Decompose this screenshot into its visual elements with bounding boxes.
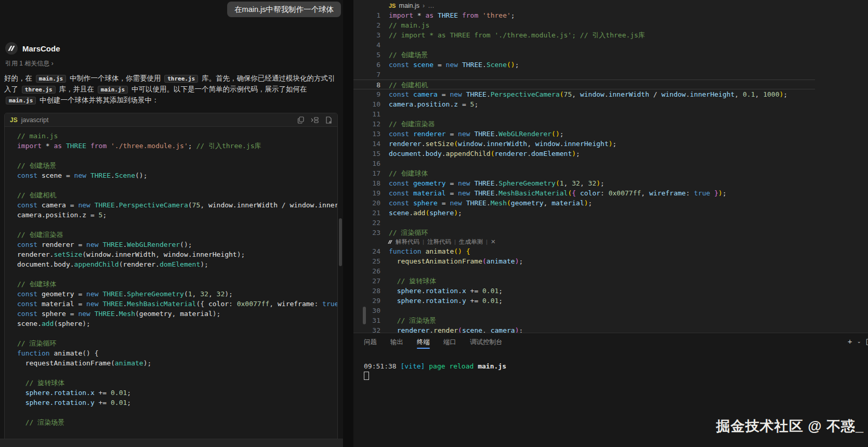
user-message-bubble: 在main.js中帮我制作一个球体 bbox=[227, 2, 341, 17]
editor-code-line[interactable]: 16 bbox=[353, 159, 815, 168]
line-content bbox=[380, 109, 389, 119]
create-file-icon[interactable] bbox=[325, 116, 332, 124]
codelens-close-icon[interactable]: ✕ bbox=[491, 238, 496, 246]
code-token: ) bbox=[454, 209, 458, 217]
code-token: ( bbox=[119, 260, 123, 268]
editor-code-line[interactable]: 13const renderer = new THREE.WebGLRender… bbox=[353, 129, 815, 139]
terminal-tab-调试控制台[interactable]: 调试控制台 bbox=[470, 333, 503, 351]
code-token: THREE bbox=[474, 179, 494, 187]
codelens-action-0[interactable]: 解释代码 bbox=[396, 238, 419, 246]
code-token: const bbox=[389, 199, 413, 207]
codelens-action-1[interactable]: 注释代码 bbox=[427, 238, 451, 246]
editor-code-line[interactable]: 4 bbox=[353, 40, 815, 50]
panel-divider[interactable] bbox=[343, 0, 353, 447]
editor-code-line[interactable]: 28 sphere.rotation.x += 0.01; bbox=[353, 286, 815, 296]
code-token: // 创建场景 bbox=[389, 51, 428, 59]
line-number: 15 bbox=[353, 149, 380, 159]
editor-code-line[interactable]: 30 bbox=[353, 306, 815, 315]
code-token: add bbox=[42, 320, 54, 327]
code-token: ; bbox=[458, 209, 462, 217]
editor-code-line[interactable]: 15document.body.appendChild(renderer.dom… bbox=[353, 149, 815, 159]
code-token: Scene bbox=[486, 61, 507, 69]
code-token: appendChild bbox=[446, 150, 491, 157]
editor-code-line[interactable]: 11 bbox=[353, 109, 815, 119]
editor-code-line[interactable]: 27 // 旋转球体 bbox=[353, 276, 815, 286]
insert-into-editor-icon[interactable] bbox=[311, 116, 319, 124]
editor-code-line[interactable]: 20const sphere = new THREE.Mesh(geometry… bbox=[353, 198, 815, 208]
code-token bbox=[389, 257, 397, 265]
chat-code-line: const renderer = new THREE.WebGLRenderer… bbox=[17, 240, 337, 249]
code-token: ); bbox=[200, 260, 208, 268]
chat-input-area[interactable] bbox=[0, 439, 343, 447]
editor-code-line[interactable]: 29 sphere.rotation.y += 0.01; bbox=[353, 296, 815, 306]
split-panel-icon[interactable]: ◫ bbox=[866, 336, 868, 347]
code-token: . bbox=[486, 199, 491, 207]
marscode-mini-logo-icon bbox=[389, 240, 391, 244]
code-token: += bbox=[470, 287, 482, 295]
editor-code-line[interactable]: 21scene.add(sphere); bbox=[353, 208, 815, 218]
editor-code-line[interactable]: 23// 渲染循环 bbox=[353, 228, 815, 238]
editor-code-line[interactable]: 18const geometry = new THREE.SphereGeome… bbox=[353, 178, 815, 188]
editor-code-line[interactable]: 3// import * as THREE from './three.modu… bbox=[353, 30, 815, 40]
chevron-down-icon[interactable]: ⌄ bbox=[857, 336, 861, 347]
code-token: ( bbox=[560, 90, 564, 98]
editor-code-line[interactable]: 5// 创建场景 bbox=[353, 50, 815, 60]
message-text: 好的，在 bbox=[4, 74, 34, 82]
assistant-header: MarsCode bbox=[5, 42, 60, 55]
editor-code-line[interactable]: 12// 创建渲染器 bbox=[353, 119, 815, 129]
editor-code-line[interactable]: 24function animate() { bbox=[353, 246, 815, 256]
editor-scrollbar-thumb[interactable] bbox=[363, 307, 366, 324]
code-token: sphere.rotation.x bbox=[25, 389, 99, 397]
chat-code-line bbox=[17, 328, 337, 338]
plus-icon[interactable]: + bbox=[848, 336, 852, 347]
editor-code-line[interactable]: 14renderer.setSize(window.innerWidth, wi… bbox=[353, 139, 815, 149]
code-token: window bbox=[580, 90, 604, 98]
editor-code-line[interactable]: 17// 创建球体 bbox=[353, 168, 815, 178]
code-token: renderer bbox=[495, 150, 528, 157]
editor-code-line[interactable]: 31 // 渲染场景 bbox=[353, 315, 815, 325]
editor-code-line[interactable]: 19const material = new THREE.MeshBasicMa… bbox=[353, 188, 815, 198]
terminal-tab-问题[interactable]: 问题 bbox=[364, 333, 377, 351]
editor-code-line[interactable]: 6const scene = new THREE.Scene(); bbox=[353, 60, 815, 70]
terminal-tab-终端[interactable]: 终端 bbox=[417, 333, 430, 351]
code-token: ; bbox=[783, 90, 787, 98]
line-content: // 渲染循环 bbox=[380, 228, 428, 238]
codelens-action-2[interactable]: 生成单测 bbox=[459, 238, 483, 246]
code-token: innerHeight bbox=[690, 90, 734, 98]
code-token: from bbox=[90, 142, 111, 150]
code-token: // 渲染循环 bbox=[17, 339, 56, 347]
assistant-name: MarsCode bbox=[22, 44, 60, 53]
editor-code-line[interactable]: 10camera.position.z = 5; bbox=[353, 99, 815, 109]
code-token bbox=[17, 399, 25, 406]
editor-code-line[interactable]: 22 bbox=[353, 218, 815, 228]
code-token: material bbox=[42, 300, 78, 308]
line-content: // 创建渲染器 bbox=[380, 119, 435, 129]
editor-code-line[interactable]: 9const camera = new THREE.PerspectiveCam… bbox=[353, 89, 815, 99]
editor-code-line[interactable]: 7 bbox=[353, 70, 815, 80]
terminal-tab-端口[interactable]: 端口 bbox=[443, 333, 456, 351]
editor-code-line[interactable]: 26 bbox=[353, 266, 815, 276]
citation-link[interactable]: 引用 1 相关信息 › bbox=[5, 59, 54, 68]
marscode-logo-icon bbox=[5, 42, 18, 55]
code-token: ) bbox=[572, 150, 576, 157]
editor-code-line[interactable]: 8// 创建相机 bbox=[353, 80, 815, 89]
editor-code-line[interactable]: 1import * as THREE from 'three'; bbox=[353, 10, 815, 20]
editor-code-area[interactable]: 1import * as THREE from 'three';2// main… bbox=[353, 0, 815, 333]
code-token: : bbox=[600, 189, 609, 197]
code-token: = bbox=[442, 199, 450, 207]
editor-code-line[interactable]: 2// main.js bbox=[353, 20, 815, 30]
editor-code-line[interactable]: 25 requestAnimationFrame(animate); bbox=[353, 256, 815, 266]
line-content: const geometry = new THREE.SphereGeometr… bbox=[380, 178, 604, 188]
terminal-tab-输出[interactable]: 输出 bbox=[390, 333, 403, 351]
chat-scrollbar-thumb[interactable] bbox=[339, 218, 342, 266]
code-token: // 渲染场景 bbox=[389, 317, 436, 324]
code-token: . bbox=[482, 140, 486, 148]
copy-icon[interactable] bbox=[297, 116, 305, 124]
editor-code-line[interactable]: 32 renderer.render(scene, camera); bbox=[353, 325, 815, 333]
code-token: THREE bbox=[466, 90, 486, 98]
code-block-actions bbox=[297, 116, 332, 124]
line-number: 13 bbox=[353, 129, 380, 139]
code-token: , bbox=[572, 90, 580, 98]
codelens-separator: | bbox=[486, 238, 488, 246]
terminal-output-token: main.js bbox=[478, 362, 506, 370]
